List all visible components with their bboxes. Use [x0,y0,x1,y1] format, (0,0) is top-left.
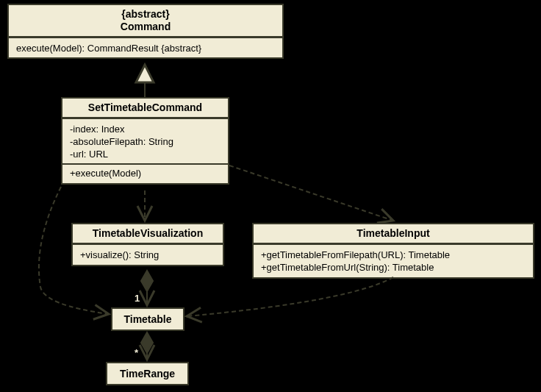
class-timetableinput-name: TimetableInput [254,224,533,244]
rel-set-to-input [229,165,393,221]
class-timetablevisualization-method: +visualize(): String [73,246,223,265]
class-timerange: TimeRange [106,362,189,385]
stereotype-abstract: {abstract} [121,8,169,20]
attr-index: -index: Index [70,124,221,136]
class-timetableinput-methods: +getTimetableFromFilepath(URL): Timetabl… [254,246,533,277]
method-getfromurl: +getTimetableFromUrl(String): Timetable [261,262,526,274]
class-timerange-name: TimeRange [107,363,187,384]
rel-input-to-timetable [187,277,393,316]
class-settimetablecommand-method: +execute(Model) [62,163,228,183]
class-settimetablecommand-attrs: -index: Index -absoluteFilepath: String … [62,121,228,164]
class-timetablevisualization-name: TimetableVisualization [73,224,223,244]
class-settimetablecommand-name: SetTimetableCommand [62,99,228,118]
class-timetablevisualization: TimetableVisualization +visualize(): Str… [71,223,224,266]
multiplicity-many: * [135,347,138,358]
attr-absolutefilepath: -absoluteFilepath: String [70,136,221,149]
method-getfromfilepath: +getTimetableFromFilepath(URL): Timetabl… [261,249,526,262]
multiplicity-one: 1 [135,293,140,304]
class-settimetablecommand: SetTimetableCommand -index: Index -absol… [61,97,229,185]
class-timetable-name: Timetable [112,309,183,329]
class-command: {abstract} Command execute(Model): Comma… [7,4,284,59]
class-timetableinput: TimetableInput +getTimetableFromFilepath… [252,223,534,279]
class-command-title: {abstract} Command [9,5,282,38]
class-timetable: Timetable [111,307,184,331]
class-command-method: execute(Model): CommandResult {abstract} [9,40,282,58]
class-command-name: Command [121,21,171,32]
attr-url: -url: URL [70,149,221,161]
